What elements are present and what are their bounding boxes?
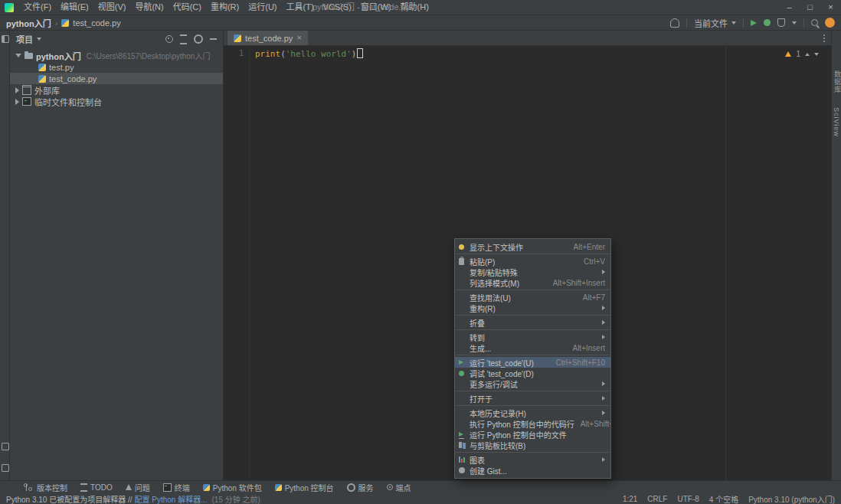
project-panel-title[interactable]: 项目 xyxy=(16,33,33,45)
menu-item-more-run-debug[interactable]: 更多运行/调试 xyxy=(455,378,610,389)
menu-item-show-context-actions[interactable]: 显示上下文操作 Alt+Enter xyxy=(455,241,610,252)
tool-button-endpoints[interactable]: 端点 xyxy=(387,482,411,493)
chevron-down-icon[interactable] xyxy=(15,54,21,57)
menu-item-refactor[interactable]: 重构(R) xyxy=(455,303,610,313)
tool-button-version-control[interactable]: 版本控制 xyxy=(26,482,67,493)
run-configuration-selector[interactable]: 当前文件 xyxy=(694,17,736,29)
menu-item-run-file-in-console[interactable]: 运行 Python 控制台中的文件 xyxy=(455,429,610,440)
tab-test-code-py[interactable]: test_code.py × xyxy=(227,31,308,45)
menu-item-compare-with-clipboard[interactable]: 与剪贴板比较(B) xyxy=(455,440,610,450)
menu-code[interactable]: 代码(C) xyxy=(169,0,206,15)
python-file-icon xyxy=(38,75,46,83)
gear-icon[interactable] xyxy=(194,34,203,44)
close-button[interactable]: × xyxy=(820,0,841,15)
tab-options-icon[interactable] xyxy=(823,34,825,42)
submenu-arrow-icon xyxy=(602,396,605,401)
menu-item-create-gist[interactable]: 创建 Gist... xyxy=(455,465,610,476)
text-caret xyxy=(357,48,363,58)
menu-navigate[interactable]: 导航(N) xyxy=(130,0,168,15)
search-icon[interactable] xyxy=(811,19,818,26)
line-ending-widget[interactable]: CRLF xyxy=(647,495,667,503)
window-controls: – □ × xyxy=(779,0,841,15)
tree-row-test-code-py[interactable]: test_code.py xyxy=(10,73,223,84)
run-button[interactable] xyxy=(751,20,757,26)
menu-file[interactable]: 文件(F) xyxy=(19,0,56,15)
menu-item-folding[interactable]: 折叠 xyxy=(455,317,610,328)
menu-item-run-test-code[interactable]: 运行 'test_code'(U) Ctrl+Shift+F10 xyxy=(455,357,610,368)
tree-row-project-root[interactable]: python入门 C:\Users\86157\Desktop\python入门 xyxy=(10,50,223,61)
structure-tool-icon[interactable] xyxy=(2,443,9,450)
code-token-string: 'hello world' xyxy=(286,49,352,59)
menu-edit[interactable]: 编辑(E) xyxy=(56,0,93,15)
maximize-button[interactable]: □ xyxy=(800,0,820,15)
tool-button-database[interactable]: 数据库 xyxy=(833,70,841,93)
menu-item-diagrams[interactable]: 图表 xyxy=(455,454,610,465)
caret-position-widget[interactable]: 1:21 xyxy=(623,495,637,503)
menu-refactor[interactable]: 重构(R) xyxy=(206,0,244,15)
tool-button-sciview[interactable]: SciView xyxy=(833,107,840,137)
library-icon xyxy=(22,85,31,95)
interpreter-widget[interactable]: Python 3.10 (python入门) xyxy=(748,493,835,504)
project-panel-header: 项目 xyxy=(10,31,223,47)
breadcrumb-file[interactable]: test_code.py xyxy=(73,18,120,28)
configure-interpreter-link[interactable]: 配置 Python 解释器... xyxy=(135,493,208,504)
editor-gutter[interactable]: 1 xyxy=(224,46,250,481)
breadcrumb-project[interactable]: python入门 xyxy=(6,17,51,29)
main-area: 项目 python入门 C:\Users\86157\Desktop\pytho… xyxy=(0,31,841,481)
menu-view[interactable]: 视图(V) xyxy=(93,0,131,15)
tool-button-todo[interactable]: TODO xyxy=(80,483,113,492)
scratches-icon xyxy=(22,97,31,106)
profiler-icon[interactable] xyxy=(777,18,785,27)
tab-label: test_code.py xyxy=(245,34,293,43)
tree-row-scratches[interactable]: 临时文件和控制台 xyxy=(10,96,223,107)
minimize-button[interactable]: – xyxy=(779,0,800,15)
menu-item-execute-line-in-console[interactable]: 执行 Python 控制台中的代码行 Alt+Shift+E xyxy=(455,418,610,429)
tool-button-python-packages[interactable]: Python 软件包 xyxy=(203,482,262,493)
menu-separator xyxy=(456,315,610,316)
menu-item-copy-paste-special[interactable]: 复制/粘贴特殊 xyxy=(455,267,610,277)
tree-row-external-libraries[interactable]: 外部库 xyxy=(10,84,223,96)
locate-file-icon[interactable] xyxy=(165,35,173,43)
todo-icon xyxy=(80,483,87,492)
chevron-down-icon xyxy=(37,38,41,41)
menu-item-go-to[interactable]: 转到 xyxy=(455,332,610,342)
more-run-options-icon[interactable] xyxy=(792,21,797,25)
inspections-widget[interactable]: 1 xyxy=(785,50,819,58)
favorites-tool-icon[interactable] xyxy=(2,464,9,472)
menu-run[interactable]: 运行(U) xyxy=(244,0,281,15)
python-file-icon xyxy=(61,19,69,27)
menu-item-find-usages[interactable]: 查找用法(U) Alt+F7 xyxy=(455,292,610,303)
menu-item-local-history[interactable]: 本地历史记录(H) xyxy=(455,407,610,418)
encoding-widget[interactable]: UTF-8 xyxy=(677,495,699,503)
tree-row-test-py[interactable]: test.py xyxy=(10,61,223,73)
previous-problem-icon[interactable] xyxy=(805,53,810,56)
profile-icon[interactable] xyxy=(670,18,679,28)
tool-button-services[interactable]: 服务 xyxy=(347,482,374,493)
tool-button-problems[interactable]: 问题 xyxy=(126,482,150,493)
menu-item-column-selection-mode[interactable]: 列选择模式(M) Alt+Shift+Insert xyxy=(455,277,610,288)
menu-separator xyxy=(456,452,610,453)
run-icon xyxy=(459,358,470,366)
chevron-right-icon[interactable] xyxy=(15,87,19,93)
tool-button-terminal[interactable]: 终端 xyxy=(163,482,190,493)
indent-widget[interactable]: 4 个空格 xyxy=(709,493,738,504)
debug-button[interactable] xyxy=(764,19,771,26)
hide-panel-icon[interactable] xyxy=(210,38,217,40)
chevron-right-icon[interactable] xyxy=(15,99,19,105)
tool-window-bar: 版本控制 TODO 问题 终端 Python 软件包 Python 控制台 服务… xyxy=(0,480,841,493)
editor-tab-bar: test_code.py × xyxy=(224,31,831,46)
next-problem-icon[interactable] xyxy=(814,53,819,56)
menu-item-debug-test-code[interactable]: 调试 'test_code'(D) xyxy=(455,368,610,378)
file-label: test_code.py xyxy=(49,74,97,83)
project-tool-icon[interactable] xyxy=(2,35,9,43)
tool-button-python-console[interactable]: Python 控制台 xyxy=(275,482,334,493)
menu-item-open-in[interactable]: 打开于 xyxy=(455,393,610,404)
close-icon[interactable]: × xyxy=(296,34,301,42)
menu-item-paste[interactable]: 粘贴(P) Ctrl+V xyxy=(455,256,610,267)
lightbulb-icon xyxy=(459,243,470,250)
breadcrumb-separator: › xyxy=(55,18,58,28)
collapse-all-icon[interactable] xyxy=(180,34,187,44)
menu-item-generate[interactable]: 生成... Alt+Insert xyxy=(455,342,610,353)
code-token-paren: ) xyxy=(352,49,357,59)
avatar[interactable] xyxy=(825,18,835,28)
